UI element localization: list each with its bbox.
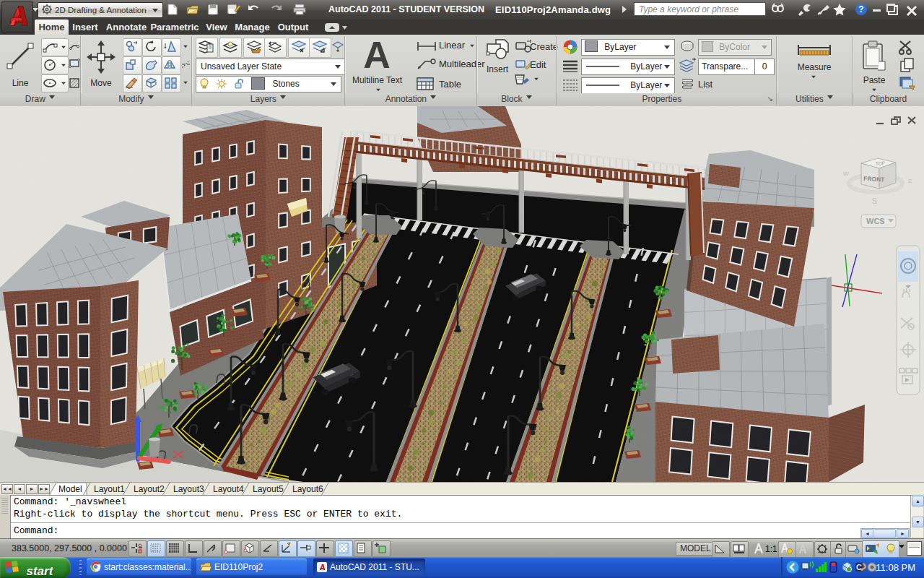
svg-text:1:1: 1:1 [765, 544, 777, 554]
svg-text:Layout3: Layout3 [173, 484, 204, 494]
svg-text:Model: Model [58, 484, 82, 494]
svg-text:Layout1: Layout1 [94, 484, 125, 494]
svg-text:?: ? [858, 4, 863, 14]
svg-text:Layout2: Layout2 [134, 484, 165, 494]
svg-text:Layout4: Layout4 [213, 484, 244, 494]
svg-text:Layout6: Layout6 [292, 484, 323, 494]
svg-text:Layout5: Layout5 [253, 484, 284, 494]
